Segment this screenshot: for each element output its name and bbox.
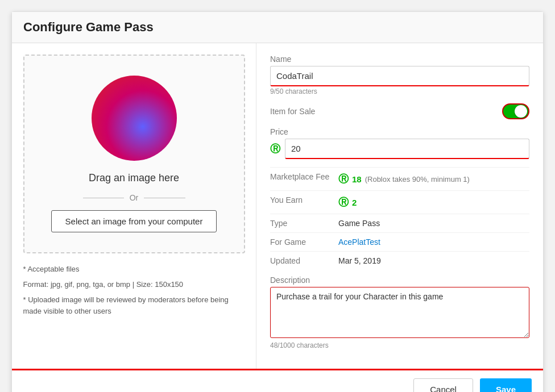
robux-icon: Ⓡ (270, 142, 280, 156)
you-earn-label: You Earn (270, 195, 338, 205)
file-info: * Acceptable files Format: jpg, gif, png… (23, 264, 245, 321)
price-label: Price (270, 127, 529, 136)
right-panel: Name 9/50 characters Item for Sale Price (256, 43, 543, 369)
dialog-title: Configure Game Pass (23, 20, 532, 35)
marketplace-fee-value: Ⓡ 18 (Roblox takes 90%, minimum 1) (338, 172, 470, 186)
name-field-group: Name 9/50 characters (270, 55, 529, 95)
updated-row: Updated Mar 5, 2019 (270, 251, 529, 270)
description-field-group: Description Purchase a trail for your Ch… (270, 276, 529, 349)
name-input[interactable] (270, 66, 529, 86)
robux-icon-earn: Ⓡ (338, 195, 349, 209)
type-row: Type Game Pass (270, 214, 529, 232)
type-value: Game Pass (338, 219, 380, 228)
marketplace-fee-label: Marketplace Fee (270, 172, 338, 181)
type-label: Type (270, 219, 338, 228)
or-divider: Or (83, 193, 185, 202)
dialog-header: Configure Game Pass (12, 12, 543, 43)
item-for-sale-toggle[interactable] (502, 103, 529, 119)
name-label: Name (270, 55, 529, 64)
dialog-footer: Cancel Save (12, 369, 543, 392)
name-char-count: 9/50 characters (270, 87, 529, 95)
item-for-sale-label: Item for Sale (270, 107, 315, 116)
configure-game-pass-dialog: Configure Game Pass Drag an image here O… (11, 11, 544, 392)
for-game-label: For Game (270, 237, 338, 247)
description-textarea[interactable]: Purchase a trail for your Character in t… (270, 287, 529, 338)
left-panel: Drag an image here Or Select an image fr… (12, 43, 256, 369)
file-info-line1: * Acceptable files (23, 264, 245, 276)
toggle-wrapper (502, 103, 529, 119)
image-preview (92, 76, 177, 161)
file-info-line3: * Uploaded image will be reviewed by mod… (23, 294, 245, 318)
marketplace-fee-note: (Roblox takes 90%, minimum 1) (365, 175, 470, 184)
price-input[interactable] (285, 139, 529, 159)
image-drop-area[interactable]: Drag an image here Or Select an image fr… (23, 55, 245, 253)
updated-value: Mar 5, 2019 (338, 256, 381, 265)
dialog-body: Drag an image here Or Select an image fr… (12, 43, 543, 369)
you-earn-row: You Earn Ⓡ 2 (270, 190, 529, 214)
description-label: Description (270, 276, 529, 285)
select-image-button[interactable]: Select an image from your computer (51, 210, 217, 232)
description-char-count: 48/1000 characters (270, 341, 529, 349)
file-info-line2: Format: jpg, gif, png, tga, or bmp | Siz… (23, 279, 245, 291)
for-game-value: AcePlatTest (338, 237, 380, 247)
price-row: Ⓡ (270, 139, 529, 159)
toggle-knob (515, 105, 527, 118)
item-for-sale-group: Item for Sale (270, 103, 529, 119)
robux-icon-fee: Ⓡ (338, 172, 349, 186)
for-game-link[interactable]: AcePlatTest (338, 237, 380, 247)
for-game-row: For Game AcePlatTest (270, 232, 529, 251)
marketplace-fee-row: Marketplace Fee Ⓡ 18 (Roblox takes 90%, … (270, 167, 529, 190)
save-button[interactable]: Save (480, 378, 532, 392)
price-field-group: Price Ⓡ (270, 127, 529, 159)
cancel-button[interactable]: Cancel (413, 378, 473, 392)
drag-text: Drag an image here (89, 172, 179, 184)
item-for-sale-row: Item for Sale (270, 103, 529, 119)
updated-label: Updated (270, 256, 338, 265)
you-earn-value: Ⓡ 2 (338, 195, 357, 209)
